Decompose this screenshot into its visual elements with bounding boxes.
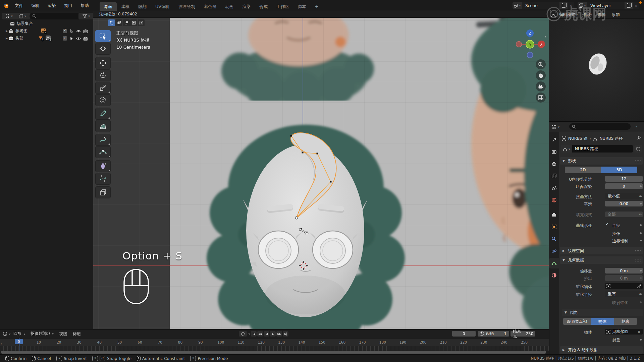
select-mode-subtract-icon[interactable] — [123, 19, 130, 26]
properties-search-input[interactable] — [569, 123, 631, 130]
panel-grip[interactable] — [635, 160, 641, 162]
outliner-row-head[interactable]: ▶ 头部 4 2 — [0, 35, 93, 42]
axis-gizmo[interactable]: Z X -Y — [515, 28, 545, 59]
secondary-viewport[interactable]: 编辑模式∨ 视图 选择 添加 — [549, 11, 644, 122]
workspace-tab-渲染[interactable]: 渲染 — [238, 2, 255, 11]
properties-tab-world-icon[interactable] — [549, 195, 559, 205]
menu-窗口[interactable]: 窗口 — [60, 0, 76, 11]
current-frame-badge[interactable]: 0 — [15, 339, 23, 344]
viewlayer-name[interactable]: ViewLayer — [587, 2, 625, 9]
outliner-row-scene-collection[interactable]: 场景集合 — [0, 20, 93, 27]
animate-dot[interactable] — [640, 203, 642, 204]
scene-selector[interactable]: ∨ Scene × — [513, 2, 574, 9]
workspace-tab-纹理绘制[interactable]: 纹理绘制 — [174, 2, 200, 11]
frame-start-field[interactable]: 起始1 — [478, 331, 509, 337]
horizontal-scrollbar[interactable] — [1, 351, 546, 354]
play-reverse-button[interactable]: ◀ — [264, 331, 269, 337]
control-point[interactable] — [290, 135, 292, 137]
resolution-u-field[interactable]: 12 — [605, 176, 643, 182]
draw-tool[interactable] — [95, 134, 111, 146]
properties-tab-material-icon[interactable] — [549, 270, 559, 281]
smooth-field[interactable]: 0.00 — [605, 201, 643, 206]
auto-keying-button[interactable]: ∨ — [239, 331, 250, 337]
animate-dot[interactable] — [640, 232, 642, 234]
panel-start-end-header[interactable]: ▶开始 & 结束映射 — [560, 346, 643, 354]
bevel-tab-object[interactable]: 物体 — [591, 318, 614, 325]
rotate-tool[interactable] — [95, 69, 111, 81]
zoom-nav-icon[interactable] — [536, 59, 546, 69]
expand-arrow-icon[interactable]: ▶ — [5, 29, 9, 33]
workspace-tab-+[interactable]: + — [311, 2, 323, 11]
properties-tab-modifiers-icon[interactable] — [549, 234, 559, 244]
selectable-cursor-icon[interactable] — [69, 36, 74, 41]
gizmo-negative-x-axis[interactable] — [516, 42, 522, 47]
extrude-tool[interactable] — [95, 186, 111, 198]
new-viewlayer-icon[interactable] — [625, 2, 633, 9]
curve-pen-tool[interactable] — [95, 146, 111, 158]
animate-dot[interactable] — [640, 270, 642, 272]
clear-icon[interactable]: × — [637, 329, 641, 334]
grid-nav-icon[interactable] — [536, 93, 546, 103]
selectable-cursor-icon[interactable] — [69, 29, 74, 33]
menu-add[interactable]: 添加 — [609, 12, 622, 18]
mode-dropdown[interactable]: 编辑模式∨ — [557, 12, 580, 18]
cursor-tool[interactable] — [95, 43, 111, 55]
properties-tab-collection-icon[interactable] — [549, 209, 559, 220]
fill-mode-dropdown[interactable]: 全部∨ — [605, 212, 643, 217]
datablock-name-input[interactable]: NURBS 路径 — [572, 145, 633, 153]
datablock-type-icon[interactable]: ∨ — [561, 145, 572, 153]
close-scene-icon[interactable]: × — [568, 2, 574, 9]
bevel-object-field[interactable]: 贝塞尔圆 × — [605, 329, 643, 335]
2d-button[interactable]: 2D — [565, 167, 601, 173]
pin-icon[interactable] — [637, 136, 641, 140]
transform-tool[interactable] — [95, 94, 111, 106]
frame-end-field[interactable]: 结束点250 — [511, 331, 535, 337]
measure-tool[interactable] — [95, 120, 111, 132]
menu-select[interactable]: 选择 — [595, 12, 608, 18]
checkbox-checked[interactable] — [63, 29, 67, 33]
control-point-selected[interactable] — [295, 217, 298, 219]
menu-编辑[interactable]: 编辑 — [27, 0, 44, 11]
properties-tab-render-icon[interactable] — [549, 146, 559, 157]
bevel-tab-profile[interactable]: 轮廓 — [614, 318, 637, 325]
menu-文件[interactable]: 文件 — [11, 0, 27, 11]
menu-view[interactable]: 视图 — [57, 329, 70, 338]
workspace-tab-脚本[interactable]: 脚本 — [293, 2, 311, 11]
outliner-row-reference-images[interactable]: ▶ 参考图 2 — [0, 27, 93, 35]
close-viewlayer-icon[interactable]: × — [633, 2, 639, 9]
properties-editor-type-button[interactable]: ∨ — [552, 125, 560, 129]
animate-dot[interactable] — [640, 224, 642, 226]
viewlayer-selector[interactable]: ∨ ViewLayer × — [578, 2, 639, 9]
offset-field[interactable]: 0 m — [605, 268, 643, 274]
workspace-tab-建模[interactable]: 建模 — [117, 2, 134, 11]
workspace-tab-合成[interactable]: 合成 — [255, 2, 272, 11]
fake-user-shield-icon[interactable] — [634, 145, 642, 153]
properties-tab-physics-icon[interactable] — [549, 246, 559, 256]
eye-icon[interactable] — [76, 29, 81, 33]
scene-name[interactable]: Scene — [522, 2, 559, 9]
workspace-tab-工作区[interactable]: 工作区 — [272, 2, 293, 11]
properties-tab-output-icon[interactable] — [549, 159, 559, 169]
panel-grip[interactable] — [635, 259, 641, 261]
menu-view[interactable]: 视图 — [581, 12, 594, 18]
control-point[interactable] — [302, 152, 304, 154]
viewport-canvas[interactable] — [93, 17, 549, 329]
menu-playback[interactable]: 回放 ∨ — [11, 329, 28, 339]
menu-marker[interactable]: 标记 — [70, 329, 84, 338]
randomize-tool[interactable] — [95, 173, 111, 185]
3d-viewport[interactable]: 法向缩放: 0.079402 正交前视图 (0) NURBS 路径 10 Cen… — [93, 11, 549, 329]
select-box-tool[interactable] — [95, 30, 111, 42]
eyedropper-icon[interactable] — [637, 284, 641, 288]
animate-dot[interactable] — [640, 195, 642, 197]
expand-arrow-icon[interactable]: › — [1, 342, 2, 346]
filter-funnel-icon[interactable]: ∨ — [78, 13, 94, 19]
outliner-display-mode-button[interactable]: ∨ — [15, 13, 30, 19]
scale-tool[interactable] — [95, 82, 111, 94]
panel-texture-space-header[interactable]: ▶纹理空间 — [560, 247, 643, 254]
outliner-search-input[interactable] — [30, 13, 82, 19]
control-point[interactable] — [317, 153, 318, 155]
select-mode-invert-icon[interactable] — [130, 19, 137, 26]
blender-logo-icon[interactable] — [3, 3, 9, 9]
timeline-track-strip[interactable] — [0, 346, 549, 351]
breadcrumb-object[interactable]: NURBS 路 — [568, 136, 588, 141]
